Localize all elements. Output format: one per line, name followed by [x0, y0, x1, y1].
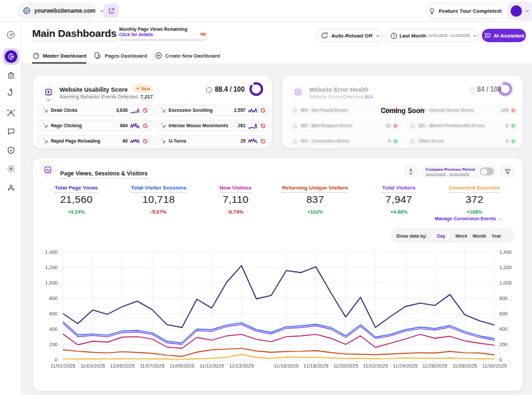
svg-text:11/18/2025: 11/18/2025: [304, 363, 329, 369]
svg-text:11/30/2025: 11/30/2025: [482, 363, 507, 369]
svg-text:400: 400: [499, 326, 508, 332]
svg-text:11/26/2025: 11/26/2025: [423, 363, 448, 369]
svg-text:11/01/2025: 11/01/2025: [51, 363, 76, 369]
svg-text:11/24/2025: 11/24/2025: [393, 363, 418, 369]
svg-text:11/03/2025: 11/03/2025: [80, 363, 105, 369]
svg-text:11/11/2025: 11/11/2025: [199, 363, 224, 369]
svg-text:400: 400: [49, 326, 58, 332]
svg-text:0: 0: [55, 357, 58, 363]
svg-text:1,400: 1,400: [499, 249, 512, 255]
svg-text:1,200: 1,200: [499, 264, 512, 270]
svg-text:11/28/2025: 11/28/2025: [452, 363, 477, 369]
svg-text:600: 600: [499, 311, 508, 317]
svg-text:0: 0: [499, 357, 502, 363]
svg-text:11/07/2025: 11/07/2025: [140, 363, 165, 369]
svg-text:11/05/2025: 11/05/2025: [110, 363, 135, 369]
svg-text:11/16/2025: 11/16/2025: [274, 363, 298, 369]
svg-text:1,000: 1,000: [499, 280, 512, 286]
svg-text:11/20/2025: 11/20/2025: [333, 363, 358, 369]
svg-text:200: 200: [499, 341, 508, 347]
svg-text:11/22/2025: 11/22/2025: [363, 363, 388, 369]
svg-text:1,200: 1,200: [45, 264, 58, 270]
svg-text:200: 200: [49, 341, 58, 347]
svg-text:800: 800: [49, 295, 58, 301]
svg-text:600: 600: [49, 311, 58, 317]
svg-text:1,000: 1,000: [45, 280, 58, 286]
svg-text:1,400: 1,400: [45, 249, 58, 255]
svg-text:11/13/2025: 11/13/2025: [229, 363, 254, 369]
svg-text:11/09/2025: 11/09/2025: [169, 363, 194, 369]
svg-text:800: 800: [499, 295, 508, 301]
